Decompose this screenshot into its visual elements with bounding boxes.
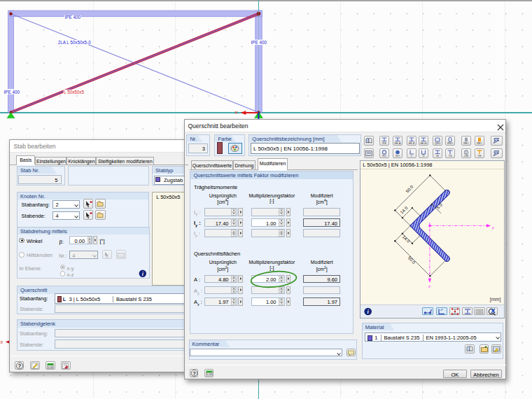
svg-text:y: y — [491, 225, 495, 229]
svg-text:z: z — [428, 284, 430, 288]
svg-text:IS: IS — [436, 155, 439, 158]
svg-text:x: x — [0, 340, 4, 344]
svg-text:?: ? — [18, 363, 21, 369]
svg-text:2LA L 50x50x5-0: 2LA L 50x50x5-0 — [58, 40, 92, 45]
svg-text:50.0: 50.0 — [407, 255, 417, 265]
svg-text:IPE: IPE — [382, 142, 386, 145]
svg-text:HE-B: HE-B — [408, 142, 414, 145]
svg-text:L 50x50x5: L 50x50x5 — [64, 90, 84, 94]
svg-text:?: ? — [192, 370, 196, 376]
svg-text:QRO: QRO — [434, 142, 440, 145]
svg-text:14.0: 14.0 — [402, 234, 412, 244]
svg-text:CIR: CIR — [463, 155, 468, 158]
svg-text:0.00: 0.00 — [48, 365, 54, 368]
svg-text:0.00: 0.00 — [206, 372, 213, 376]
svg-text:REC: REC — [463, 142, 469, 145]
svg-text:RO: RO — [396, 155, 400, 158]
svg-text:REC: REC — [477, 142, 482, 145]
svg-text:RRO: RRO — [447, 142, 453, 145]
svg-text:TH: TH — [478, 155, 482, 158]
svg-text:IPE 400: IPE 400 — [4, 90, 20, 94]
svg-text:IPE 400: IPE 400 — [64, 15, 80, 20]
svg-text:14.0: 14.0 — [399, 204, 409, 214]
svg-text:U: U — [423, 155, 425, 158]
svg-text:TS: TS — [449, 155, 452, 158]
svg-text:RO: RO — [382, 155, 386, 158]
svg-text:HE-A: HE-A — [395, 142, 401, 145]
svg-text:HE-M: HE-M — [420, 142, 426, 145]
svg-text:L: L — [411, 155, 412, 158]
